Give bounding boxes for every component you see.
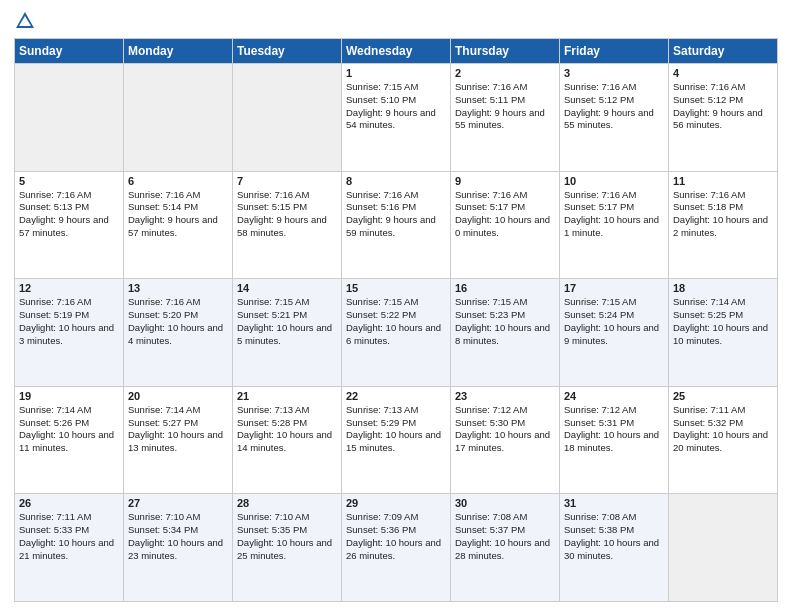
logo-icon [14,10,36,32]
day-cell: 27Sunrise: 7:10 AMSunset: 5:34 PMDayligh… [124,494,233,602]
day-number: 30 [455,497,555,509]
day-cell: 16Sunrise: 7:15 AMSunset: 5:23 PMDayligh… [451,279,560,387]
day-number: 26 [19,497,119,509]
day-cell: 29Sunrise: 7:09 AMSunset: 5:36 PMDayligh… [342,494,451,602]
calendar-table: SundayMondayTuesdayWednesdayThursdayFrid… [14,38,778,602]
day-info: Sunrise: 7:16 AMSunset: 5:14 PMDaylight:… [128,189,228,240]
day-number: 2 [455,67,555,79]
week-row-2: 5Sunrise: 7:16 AMSunset: 5:13 PMDaylight… [15,171,778,279]
day-number: 3 [564,67,664,79]
day-number: 5 [19,175,119,187]
day-info: Sunrise: 7:15 AMSunset: 5:22 PMDaylight:… [346,296,446,347]
weekday-header-monday: Monday [124,39,233,64]
weekday-header-row: SundayMondayTuesdayWednesdayThursdayFrid… [15,39,778,64]
day-cell: 15Sunrise: 7:15 AMSunset: 5:22 PMDayligh… [342,279,451,387]
weekday-header-tuesday: Tuesday [233,39,342,64]
day-cell: 6Sunrise: 7:16 AMSunset: 5:14 PMDaylight… [124,171,233,279]
day-info: Sunrise: 7:16 AMSunset: 5:12 PMDaylight:… [673,81,773,132]
day-number: 17 [564,282,664,294]
week-row-5: 26Sunrise: 7:11 AMSunset: 5:33 PMDayligh… [15,494,778,602]
week-row-4: 19Sunrise: 7:14 AMSunset: 5:26 PMDayligh… [15,386,778,494]
day-number: 11 [673,175,773,187]
day-cell: 8Sunrise: 7:16 AMSunset: 5:16 PMDaylight… [342,171,451,279]
day-number: 7 [237,175,337,187]
day-info: Sunrise: 7:16 AMSunset: 5:16 PMDaylight:… [346,189,446,240]
day-cell: 20Sunrise: 7:14 AMSunset: 5:27 PMDayligh… [124,386,233,494]
day-info: Sunrise: 7:16 AMSunset: 5:20 PMDaylight:… [128,296,228,347]
day-info: Sunrise: 7:12 AMSunset: 5:31 PMDaylight:… [564,404,664,455]
day-info: Sunrise: 7:16 AMSunset: 5:17 PMDaylight:… [455,189,555,240]
day-number: 15 [346,282,446,294]
day-cell: 18Sunrise: 7:14 AMSunset: 5:25 PMDayligh… [669,279,778,387]
day-cell: 31Sunrise: 7:08 AMSunset: 5:38 PMDayligh… [560,494,669,602]
day-number: 29 [346,497,446,509]
day-cell [15,64,124,172]
day-info: Sunrise: 7:11 AMSunset: 5:32 PMDaylight:… [673,404,773,455]
day-info: Sunrise: 7:08 AMSunset: 5:37 PMDaylight:… [455,511,555,562]
day-cell: 17Sunrise: 7:15 AMSunset: 5:24 PMDayligh… [560,279,669,387]
day-number: 19 [19,390,119,402]
day-cell: 4Sunrise: 7:16 AMSunset: 5:12 PMDaylight… [669,64,778,172]
day-number: 21 [237,390,337,402]
day-number: 23 [455,390,555,402]
day-info: Sunrise: 7:16 AMSunset: 5:19 PMDaylight:… [19,296,119,347]
day-cell [669,494,778,602]
weekday-header-wednesday: Wednesday [342,39,451,64]
day-info: Sunrise: 7:11 AMSunset: 5:33 PMDaylight:… [19,511,119,562]
day-number: 9 [455,175,555,187]
day-info: Sunrise: 7:13 AMSunset: 5:29 PMDaylight:… [346,404,446,455]
day-info: Sunrise: 7:16 AMSunset: 5:18 PMDaylight:… [673,189,773,240]
day-info: Sunrise: 7:10 AMSunset: 5:34 PMDaylight:… [128,511,228,562]
day-cell: 1Sunrise: 7:15 AMSunset: 5:10 PMDaylight… [342,64,451,172]
day-cell: 19Sunrise: 7:14 AMSunset: 5:26 PMDayligh… [15,386,124,494]
day-cell: 7Sunrise: 7:16 AMSunset: 5:15 PMDaylight… [233,171,342,279]
day-info: Sunrise: 7:15 AMSunset: 5:10 PMDaylight:… [346,81,446,132]
day-info: Sunrise: 7:12 AMSunset: 5:30 PMDaylight:… [455,404,555,455]
day-info: Sunrise: 7:14 AMSunset: 5:26 PMDaylight:… [19,404,119,455]
day-info: Sunrise: 7:10 AMSunset: 5:35 PMDaylight:… [237,511,337,562]
day-number: 6 [128,175,228,187]
day-cell: 21Sunrise: 7:13 AMSunset: 5:28 PMDayligh… [233,386,342,494]
day-cell: 28Sunrise: 7:10 AMSunset: 5:35 PMDayligh… [233,494,342,602]
day-number: 8 [346,175,446,187]
day-number: 1 [346,67,446,79]
day-info: Sunrise: 7:09 AMSunset: 5:36 PMDaylight:… [346,511,446,562]
day-number: 28 [237,497,337,509]
day-cell [124,64,233,172]
day-info: Sunrise: 7:16 AMSunset: 5:11 PMDaylight:… [455,81,555,132]
day-number: 22 [346,390,446,402]
day-cell: 22Sunrise: 7:13 AMSunset: 5:29 PMDayligh… [342,386,451,494]
weekday-header-friday: Friday [560,39,669,64]
day-cell: 11Sunrise: 7:16 AMSunset: 5:18 PMDayligh… [669,171,778,279]
weekday-header-sunday: Sunday [15,39,124,64]
week-row-3: 12Sunrise: 7:16 AMSunset: 5:19 PMDayligh… [15,279,778,387]
day-number: 31 [564,497,664,509]
day-cell: 25Sunrise: 7:11 AMSunset: 5:32 PMDayligh… [669,386,778,494]
day-cell: 12Sunrise: 7:16 AMSunset: 5:19 PMDayligh… [15,279,124,387]
day-number: 24 [564,390,664,402]
day-info: Sunrise: 7:16 AMSunset: 5:15 PMDaylight:… [237,189,337,240]
day-info: Sunrise: 7:15 AMSunset: 5:24 PMDaylight:… [564,296,664,347]
day-number: 14 [237,282,337,294]
week-row-1: 1Sunrise: 7:15 AMSunset: 5:10 PMDaylight… [15,64,778,172]
day-info: Sunrise: 7:13 AMSunset: 5:28 PMDaylight:… [237,404,337,455]
day-number: 4 [673,67,773,79]
day-cell: 10Sunrise: 7:16 AMSunset: 5:17 PMDayligh… [560,171,669,279]
page: SundayMondayTuesdayWednesdayThursdayFrid… [0,0,792,612]
day-number: 25 [673,390,773,402]
day-info: Sunrise: 7:14 AMSunset: 5:25 PMDaylight:… [673,296,773,347]
day-cell: 3Sunrise: 7:16 AMSunset: 5:12 PMDaylight… [560,64,669,172]
day-info: Sunrise: 7:14 AMSunset: 5:27 PMDaylight:… [128,404,228,455]
day-info: Sunrise: 7:16 AMSunset: 5:13 PMDaylight:… [19,189,119,240]
day-info: Sunrise: 7:16 AMSunset: 5:17 PMDaylight:… [564,189,664,240]
day-cell: 13Sunrise: 7:16 AMSunset: 5:20 PMDayligh… [124,279,233,387]
day-cell: 14Sunrise: 7:15 AMSunset: 5:21 PMDayligh… [233,279,342,387]
day-number: 13 [128,282,228,294]
day-number: 10 [564,175,664,187]
logo [14,10,40,32]
weekday-header-saturday: Saturday [669,39,778,64]
day-number: 12 [19,282,119,294]
day-cell [233,64,342,172]
day-info: Sunrise: 7:16 AMSunset: 5:12 PMDaylight:… [564,81,664,132]
day-cell: 26Sunrise: 7:11 AMSunset: 5:33 PMDayligh… [15,494,124,602]
